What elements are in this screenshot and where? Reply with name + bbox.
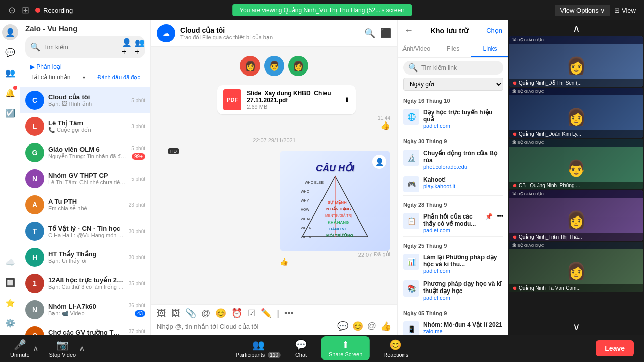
msg-footer: 22:07 Đã gửi [280,251,390,258]
thumbs-up-icon[interactable]: 👍 [280,258,390,266]
chat-list-item-1[interactable]: L Lê Thị Tâm 📞 Cuộc gọi đến 3 phút [20,113,150,139]
tab-files[interactable]: Files [435,41,471,57]
view-icon[interactable]: ⊞ View [614,7,636,14]
chat-list-item-2[interactable]: G Giáo viên OLM 6 Nguyễn Trung: Tin nhắn… [20,139,150,166]
chat-list-item-4[interactable]: A A Tu PTH Em chia sẻ nhé 23 phút [20,192,150,218]
tasks-icon[interactable]: ☑️ [2,105,18,121]
kho-link-info-2-0: Phản hồi của các thầy cô về modu... padl… [423,213,481,233]
search-bar[interactable]: 🔍 👤+ 👥+ [25,36,145,58]
kho-link-2-0[interactable]: 📋 Phản hồi của các thầy cô về modu... pa… [403,210,503,237]
chat-avatar-9: C [25,326,44,335]
kho-filter-select[interactable]: Ngày gửi [403,78,503,91]
kho-link-icon-2-0: 📋 [403,213,419,229]
mention-icon[interactable]: @ [201,308,210,319]
chat-list-item-8[interactable]: N Nhóm Li-A7k60 Bạn: 📹 Video 36 phút 43 [20,297,150,323]
group-icon[interactable]: 👥+ [135,38,145,56]
cloud-icon[interactable]: ☁️ [2,254,18,270]
kho-back-button[interactable]: ← [404,25,413,36]
draw-icon[interactable]: ✏️ [261,308,272,319]
chat-name-7: 12A8 học trực tuyến 2021 [48,276,125,284]
reminder-icon[interactable]: ⏰ [231,308,243,319]
thumbs-up-send-icon[interactable]: 👍 [380,321,391,332]
unmute-button[interactable]: 🎤 Unmute [10,339,30,358]
chat-list-item-6[interactable]: H HT Thầy Thắng Bạn: Ừi thầy ơi 30 phút [20,244,150,270]
kho-link-4-0[interactable]: 📱 Nhóm: Mô-đun 4 Vật lí 2021 zalo.me [403,318,503,335]
stop-video-button[interactable]: 📷 Stop Video [49,339,76,358]
leave-button[interactable]: Leave [596,340,634,356]
board-title: CÂU HỎI [316,163,354,174]
at-icon[interactable]: @ [367,321,376,332]
notifications-icon[interactable]: 🔔 [2,85,18,101]
kho-link-1-1[interactable]: 🎮 Kahoot! play.kahoot.it [403,173,503,196]
kho-link-3-1[interactable]: 📚 Phương pháp dạy học và kĩ thuật dạy họ… [403,277,503,304]
todo-icon[interactable]: ☑ [248,308,256,319]
add-contact-icon[interactable]: 👤+ [122,38,132,56]
kho-link-info-1-0: Chuyển động tròn của Bọ rùa phet.colorad… [423,150,503,170]
chat-list-item-9[interactable]: C Chợ các GV trường THPT Cá... Tổng Kho … [20,323,150,335]
chat-nav-icon[interactable]: 💬 [2,44,18,60]
kho-link-info-4-0: Nhóm: Mô-đun 4 Vật lí 2021 zalo.me [423,321,502,334]
kho-link-0-0[interactable]: 🌐 Dạy học trực tuyến hiệu quả padlet.com [403,106,503,132]
category-bar[interactable]: ▶ Phân loại [25,61,145,73]
chat-list-item-0[interactable]: C Cloud của tôi Bạn: 🖼 Hình ảnh 5 phút [20,87,150,113]
download-icon[interactable]: ⬇ [344,96,350,104]
attachment-icon[interactable]: 📎 [185,308,196,319]
pdf-icon: PDF [223,89,242,110]
zalo-panel: 👤 💬 👥 🔔 ☑️ ☁️ 🔲 ⭐ ⚙️ Zalo - Vu Hang 🔍 👤+… [0,20,508,335]
chat-name-5: Tổ Vật lý - CN - Tin học [48,225,125,232]
mark-read-btn[interactable]: Đánh dấu đã đọc [97,74,140,81]
chat-input-row: 💬 😊 @ 👍 [157,321,391,332]
rec-icon-1: ⏺ [512,131,517,137]
emoji-icon[interactable]: 😊 [352,321,363,332]
kho-link-more-icon[interactable]: ••• [497,213,503,220]
kho-search-inner[interactable]: 🔍 [403,61,503,75]
scroll-down-icon[interactable]: ∨ [573,321,580,333]
share-screen-button[interactable]: ⬆ Share Screen [321,336,369,360]
chat-list-item-5[interactable]: T Tổ Vật lý - CN - Tin học C Ha Ha L: @V… [20,218,150,244]
user-avatar[interactable]: 👤 [2,24,18,40]
participants-button[interactable]: 👥 Participants 110 [236,339,281,358]
search-input[interactable] [43,44,119,51]
mic-chevron[interactable]: ∧ [33,344,39,353]
video-thumb-0[interactable]: 🏛 BỘ GIÁO DỤC 👩 ⏺Quảng Ninh_Đỗ Thị Sen (… [509,36,643,87]
view-options-button[interactable]: View Options ∨ [555,5,610,16]
file-upload-icon[interactable]: 🖼 [171,308,180,319]
video-thumb-4[interactable]: 🏛 BỘ GIÁO DỤC 👩 ⏺Quảng Ninh_Ta Văn Cam..… [509,242,643,292]
layout-icon[interactable]: ⬛ [380,28,391,39]
kho-link-1-0[interactable]: 🔬 Chuyển động tròn của Bọ rùa phet.color… [403,147,503,173]
chat-meta-3: 5 phút [131,176,145,182]
contacts-icon[interactable]: 👥 [2,64,18,81]
kho-link-pin-icon[interactable]: 📌 [485,213,493,220]
message-input[interactable] [157,323,333,330]
chat-list-item-7[interactable]: 1 12A8 học trực tuyến 2021 Bạn: Cái thứ … [20,270,150,297]
chat-list: Zalo - Vu Hang 🔍 👤+ 👥+ ▶ Phân loại Tất c… [20,20,151,335]
chat-name-0: Cloud của tôi [48,93,127,101]
kho-link-3-0[interactable]: 📊 Làm lại Phương pháp dạy học và kĩ thu.… [403,251,503,277]
video-chevron[interactable]: ∧ [79,344,85,353]
reactions-button[interactable]: 😊 Reactions [383,339,408,358]
image-upload-icon[interactable]: 🖼 [157,308,166,319]
favorites-icon[interactable]: ⭐ [2,295,18,311]
video-thumb-3[interactable]: 🏛 BỘ GIÁO DỤC 👩 ⏺Quảng Ninh_Trần Thị Thá… [509,190,643,241]
tab-links[interactable]: Links [471,41,508,57]
tab-photo[interactable]: Ảnh/Video [398,41,435,57]
more-icon[interactable]: ••• [284,308,294,319]
settings-icon[interactable]: ⚙️ [2,315,18,331]
chat-list-item-3[interactable]: N Nhóm GV THPT CP Lê Thị Tâm: Chi nhé ch… [20,166,150,192]
search-chat-icon[interactable]: 🔍 [364,28,375,39]
file-message: PDF Slide_Xay dung KHBD_Chieu 27.11.2021… [158,85,390,130]
kho-choose-button[interactable]: Chọn [486,27,502,34]
quote-icon[interactable]: 💬 [337,321,348,332]
kho-search-input[interactable] [421,64,498,71]
chat-button[interactable]: 💬 Chat [295,339,307,358]
explore-icon[interactable]: 🔲 [2,274,18,291]
kho-link-title-3-0: Làm lại Phương pháp dạy học và kĩ thu... [423,254,503,268]
file-name: Slide_Xay dung KHBD_Chieu 27.11.2021.pdf [247,90,339,104]
scroll-up-icon[interactable]: ∧ [573,22,580,34]
video-thumb-2[interactable]: 🏛 BỘ GIÁO DỤC 👨 ⏺CB_ Quảng Ninh_Phùng ..… [509,139,643,189]
video-thumb-1[interactable]: 🏛 BỘ GIÁO DỤC 👩 ⏺Quảng Ninh_Đoàn Kim Ly.… [509,88,643,138]
participants-icon: 👥 [252,339,265,351]
sticker-icon[interactable]: 😊 [215,308,226,319]
like-icon[interactable]: 👍 [217,121,390,130]
kho-search: 🔍 [398,58,508,78]
